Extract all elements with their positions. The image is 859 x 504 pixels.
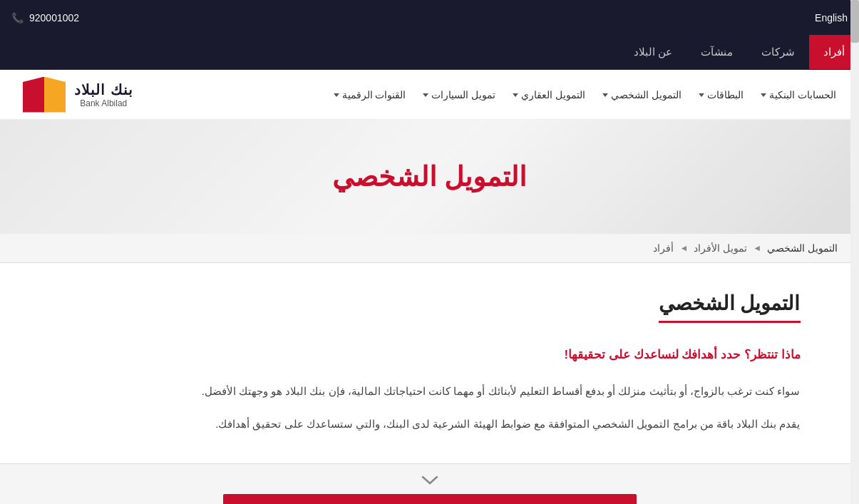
accounts-label: الحسابات البنكية: [769, 89, 836, 101]
cards-chevron-icon: [699, 93, 704, 97]
real-estate-chevron-icon: [513, 93, 518, 97]
real-estate-label: التمويل العقاري: [521, 89, 585, 101]
top-bar-left: English: [815, 12, 848, 24]
cards-label: البطاقات: [707, 89, 744, 101]
main-nav: أفراد شركات منشآت عن البلاد: [0, 35, 859, 70]
body-paragraph-2: يقدم بنك البلاد باقة من برامج التمويل ال…: [59, 413, 801, 435]
sub-nav: الحسابات البنكية البطاقات التمويل الشخصي…: [325, 89, 845, 101]
scrollbar-track[interactable]: [850, 0, 859, 504]
nav-tabs: أفراد شركات منشآت عن البلاد: [619, 35, 859, 69]
car-finance-label: تمويل السيارات: [431, 89, 495, 101]
bank-name-text: بنك البلاد Bank Albilad: [74, 81, 133, 108]
expand-chevron-icon: [418, 473, 441, 488]
personal-finance-label: التمويل الشخصي: [611, 89, 681, 101]
logo-graphic: [21, 77, 66, 113]
car-finance-chevron-icon: [423, 93, 428, 97]
bank-name-english: Bank Albilad: [74, 98, 133, 108]
hero-section: التمويل الشخصي: [0, 120, 859, 234]
breadcrumb-item-afrad-finance[interactable]: تمويل الأفراد: [694, 242, 747, 254]
tab-sharikat[interactable]: شركات: [747, 35, 809, 69]
tab-an-albilad[interactable]: عن البلاد: [619, 35, 686, 69]
logo-container[interactable]: بنك البلاد Bank Albilad: [14, 77, 133, 113]
highlight-text: ماذا تنتظر؟ حدد أهدافك لنساعدك على تحقيق…: [59, 344, 801, 366]
phone-icon: 📞: [11, 12, 24, 24]
content-section: التمويل الشخصي ماذا تنتظر؟ حدد أهدافك لن…: [38, 292, 822, 435]
breadcrumb: التمويل الشخصي ◄ تمويل الأفراد ◄ أفراد: [0, 234, 859, 263]
apply-now-button[interactable]: تقدم بطلبك الآن: [223, 494, 637, 504]
digital-chevron-icon: [334, 93, 339, 97]
sub-nav-accounts[interactable]: الحسابات البنكية: [752, 89, 845, 101]
breadcrumb-current: التمويل الشخصي: [767, 242, 838, 254]
accounts-chevron-icon: [761, 93, 766, 97]
sub-nav-personal-finance[interactable]: التمويل الشخصي: [594, 89, 690, 101]
hero-title: التمويل الشخصي: [318, 133, 542, 221]
digital-label: القنوات الرقمية: [342, 89, 406, 101]
sub-nav-car-finance[interactable]: تمويل السيارات: [414, 89, 504, 101]
top-bar: English 920001002 📞: [0, 0, 859, 35]
sub-nav-cards[interactable]: البطاقات: [690, 89, 752, 101]
sub-nav-digital[interactable]: القنوات الرقمية: [325, 89, 415, 101]
english-language-link[interactable]: English: [815, 12, 848, 24]
body-paragraph-1: سواء كنت ترغب بالزواج، أو بتأثيث منزلك أ…: [59, 381, 801, 402]
bottom-bar: تقدم بطلبك الآن: [0, 463, 859, 504]
bank-name-arabic: بنك البلاد: [74, 81, 133, 98]
logo-yellow-part: [44, 77, 66, 113]
breadcrumb-item-afrad[interactable]: أفراد: [653, 242, 674, 254]
phone-number: 920001002: [29, 12, 79, 24]
top-bar-right: 920001002 📞: [11, 12, 79, 24]
personal-finance-chevron-icon: [602, 93, 608, 97]
sub-nav-real-estate[interactable]: التمويل العقاري: [504, 89, 594, 101]
breadcrumb-separator-1: ◄: [679, 243, 688, 253]
scrollbar-thumb[interactable]: [850, 0, 859, 43]
tab-munshaaat[interactable]: منشآت: [686, 35, 747, 69]
logo-bar: الحسابات البنكية البطاقات التمويل الشخصي…: [0, 70, 859, 120]
breadcrumb-separator-2: ◄: [753, 243, 761, 253]
section-title: التمويل الشخصي: [659, 292, 801, 323]
logo-red-part: [23, 77, 44, 113]
